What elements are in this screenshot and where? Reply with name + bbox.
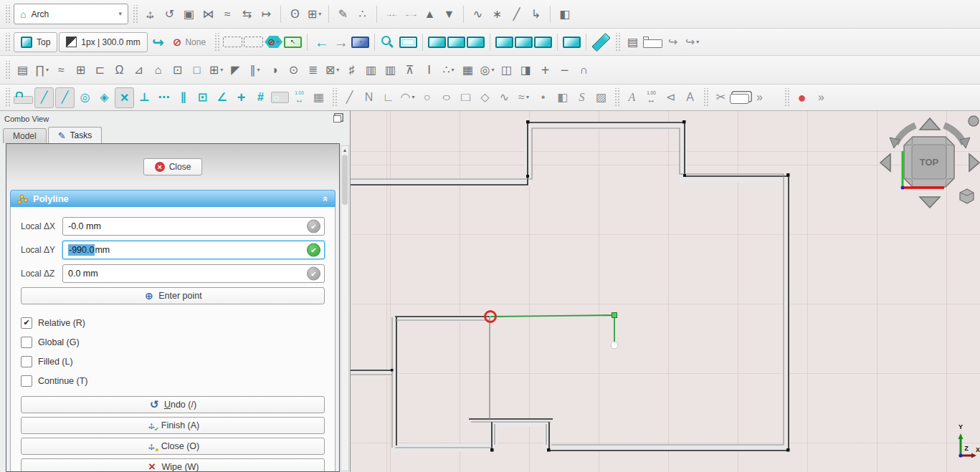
close-wire-button[interactable]: ● Close (O) [21,438,325,455]
text-icon[interactable]: A [623,88,641,107]
line-icon[interactable]: ╱ [341,88,358,107]
dropdown-caret[interactable]: ▾ [336,67,339,73]
select-box-icon[interactable] [223,37,242,47]
snap-endpoint-icon[interactable]: ╱ [34,87,54,108]
view-bottom-icon[interactable] [515,37,533,48]
toolbar-grip[interactable] [784,88,789,107]
building-part-icon[interactable]: ⊏ [91,60,109,80]
finish-button[interactable]: ✔ Finish (A) [21,417,325,434]
select-lasso-icon[interactable] [244,37,263,47]
stairs-icon[interactable]: ≣ [304,60,322,80]
snap-near-icon[interactable]: ∠ [213,88,231,107]
local-dy-input[interactable]: -990.0 mm [62,241,325,259]
view-axonometric-icon[interactable] [563,37,581,48]
overflow-icon[interactable]: » [751,88,769,107]
workbench-selector[interactable]: ⌂Arch▾ [14,4,128,24]
autogroup-button[interactable]: ⊘None [168,32,210,52]
cut-icon[interactable]: ✂ [712,88,730,107]
snap-intersection-icon[interactable]: × [115,87,134,108]
frame-icon[interactable]: ♯ [343,60,361,80]
view-fit-icon[interactable] [399,37,417,48]
working-plane-button[interactable]: Top [14,32,57,52]
snap-special-icon[interactable]: ⊡ [194,88,211,107]
annotation-styles-icon[interactable]: A [681,88,699,107]
toolbar-grip[interactable] [214,33,219,52]
label-icon[interactable]: ⊲ [662,88,680,107]
window-icon[interactable]: ⊞▾ [207,60,225,80]
toolbar-grip[interactable] [614,88,619,107]
edit-icon[interactable]: ✎ [334,4,352,24]
panel-sheet-icon[interactable]: ◤ [227,60,244,80]
point-icon[interactable]: • [534,88,552,107]
toolbar-grip[interactable] [4,61,10,80]
circle-icon[interactable]: ○ [418,88,436,107]
snap-angle-icon[interactable]: ◈ [95,88,113,107]
toolbar-grip[interactable] [331,88,337,107]
join-icon[interactable]: →← [382,4,400,24]
relative-checkbox[interactable] [21,317,32,329]
axis-icon[interactable]: ◑ [265,60,283,80]
dropdown-caret[interactable]: ▾ [220,67,223,73]
view-rear-icon[interactable] [495,37,513,48]
undo-button[interactable]: Undo (/) [21,396,325,413]
roof-icon[interactable]: ⊿ [130,60,148,80]
tab-model[interactable]: Model [3,128,47,143]
view-left-icon[interactable] [534,37,552,48]
apply-style-icon[interactable]: ↪ [149,32,167,52]
remove-component-icon[interactable]: − [556,60,574,80]
add-component-icon[interactable]: + [536,60,554,80]
dropdown-caret[interactable]: ▾ [452,67,455,73]
copy-icon[interactable] [730,94,749,104]
global-checkbox[interactable] [21,337,32,348]
tab-tasks[interactable]: ✎ Tasks [48,127,103,143]
snap-working-plane-icon[interactable] [271,92,289,103]
survey-icon[interactable]: ∩ [575,60,593,80]
selection-view-icon[interactable]: ↖ [284,37,302,48]
toolbar-grip[interactable] [4,88,10,107]
material-icon[interactable]: ∴▾ [439,60,457,80]
dropdown-caret[interactable]: ▾ [257,67,260,73]
section-plane-icon[interactable]: ⊙ [285,60,303,80]
bezier-icon[interactable]: ≈▾ [515,88,533,107]
navigation-cube[interactable]: TOP [878,114,980,211]
pipe-fittings-icon[interactable]: ∥▾ [246,60,264,80]
stretch-icon[interactable]: ↦ [257,4,275,24]
snap-ortho-icon[interactable]: + [232,88,250,107]
dimension-icon[interactable] [642,88,660,107]
panel-icon[interactable]: ⊠▾ [323,60,341,80]
clone-icon[interactable]: ʘ [286,4,304,24]
toolbar-grip[interactable] [703,88,708,107]
task-scrollbar[interactable]: ▲ [341,145,349,471]
snap-center-icon[interactable]: ◎ [76,88,94,107]
export-icon[interactable]: ↪ [664,32,682,52]
rebar-icon[interactable]: ≈ [52,60,70,80]
wall-icon[interactable]: ▤ [14,60,32,80]
wipe-button[interactable]: Wipe (W) [21,458,325,472]
move-icon[interactable] [141,4,159,24]
hatch-icon[interactable]: ▨ [592,88,610,107]
arc-icon[interactable]: ◠▾ [399,88,417,107]
schedule-icon[interactable]: ▦ [459,60,477,80]
dropdown-caret[interactable]: ▾ [360,39,363,45]
split-icon[interactable]: ←→ [401,4,419,24]
macro-record-icon[interactable]: ● [793,88,811,107]
zoom-icon[interactable]: ▾ [380,35,398,49]
toolbar-grip[interactable] [4,5,10,24]
dropdown-caret[interactable]: ▾ [526,95,529,100]
filled-checkbox[interactable] [21,356,32,367]
snap-parallel-icon[interactable]: ∥ [174,88,192,107]
add-point-icon[interactable]: ∗ [488,4,506,24]
toolbar-grip[interactable] [132,5,138,24]
global-checkbox-row[interactable]: Global (G) [21,332,325,352]
profile-icon[interactable]: Ⅰ [420,60,438,80]
draw-style-icon[interactable]: ⊘▾ [265,36,282,48]
subelement-highlight-icon[interactable]: ∴ [353,4,371,24]
dropdown-caret[interactable]: ▾ [696,39,699,45]
cut-with-line-icon[interactable]: ◨ [517,60,535,80]
snap-perpendicular-icon[interactable]: ⊥ [135,88,153,107]
reference-icon[interactable]: ⊡ [168,60,186,80]
snap-dimensions-icon[interactable] [290,88,308,107]
polyline-icon[interactable]: N [360,88,378,107]
toolbar-grip[interactable] [614,33,620,52]
dropdown-caret[interactable]: ▾ [411,95,414,100]
